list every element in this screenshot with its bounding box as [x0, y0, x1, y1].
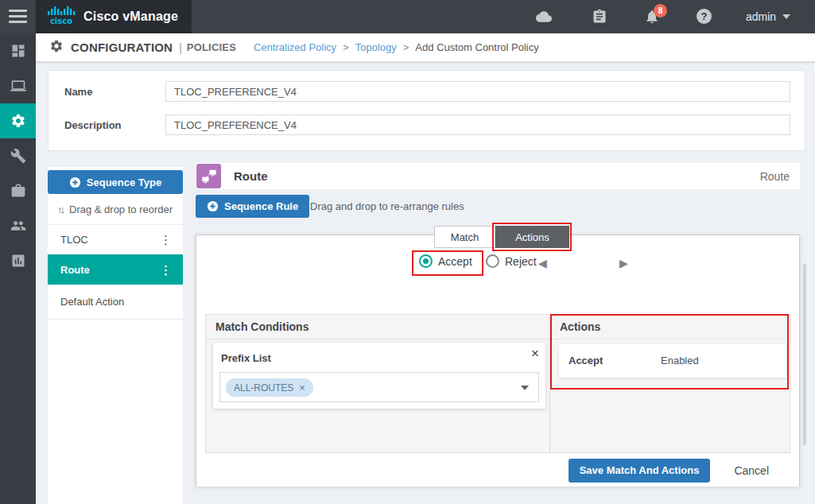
- cancel-button[interactable]: Cancel: [734, 464, 769, 477]
- breadcrumb-divider: |: [179, 41, 182, 54]
- prefix-list-card: Prefix List × ALL-ROUTES ×: [213, 343, 545, 409]
- product-title: Cisco vManage: [83, 10, 178, 24]
- close-icon[interactable]: ×: [531, 346, 539, 362]
- sidebar-item-analytics[interactable]: [0, 243, 36, 278]
- help-icon[interactable]: ?: [697, 9, 712, 24]
- actions-row-value: Enabled: [661, 355, 699, 366]
- sidebar-item-configuration[interactable]: [0, 103, 36, 138]
- sidebar-item-monitor[interactable]: [0, 68, 36, 103]
- svg-text:cisco: cisco: [50, 17, 72, 25]
- reject-radio-label: Reject: [505, 255, 537, 268]
- kebab-menu-icon[interactable]: ⋮: [160, 234, 172, 246]
- configuration-gear-icon: [49, 39, 64, 56]
- prefix-list-chip: ALL-ROUTES ×: [226, 378, 313, 397]
- users-icon: [10, 218, 26, 234]
- sequence-item-default-action[interactable]: Default Action: [48, 285, 183, 320]
- kebab-menu-icon[interactable]: ⋮: [160, 264, 172, 276]
- sequence-item-label: TLOC: [60, 234, 88, 246]
- route-network-icon: [196, 164, 221, 188]
- description-label: Description: [64, 119, 122, 131]
- actions-row-label: Accept: [569, 355, 603, 366]
- actions-summary-card: Accept Enabled: [559, 344, 786, 378]
- policy-details-card: Name Description: [48, 70, 805, 151]
- rearrange-hint-text: Drag and drop to re-arrange rules: [310, 200, 464, 212]
- save-match-and-actions-button[interactable]: Save Match And Actions: [569, 459, 711, 483]
- bar-chart-icon: [10, 253, 26, 269]
- add-sequence-type-button[interactable]: Sequence Type: [48, 170, 183, 194]
- left-nav-sidebar: [0, 33, 36, 504]
- breadcrumb-separator: >: [343, 41, 349, 53]
- description-input[interactable]: [165, 114, 790, 135]
- chevron-down-icon: [782, 14, 790, 19]
- breadcrumb-link-centralized-policy[interactable]: Centralized Policy: [254, 41, 336, 53]
- wrench-icon: [10, 148, 26, 164]
- sequence-item-route[interactable]: Route ⋮: [48, 254, 183, 285]
- sequence-panel: Sequence Type ↑↓ Drag & drop to reorder …: [48, 167, 183, 504]
- cisco-logo-icon: cisco: [46, 5, 76, 29]
- plus-circle-icon: [207, 200, 219, 212]
- breadcrumb-current-page: Add Custom Control Policy: [415, 41, 538, 53]
- tasks-clipboard-icon[interactable]: [592, 9, 607, 25]
- tab-actions[interactable]: Actions: [495, 226, 569, 248]
- top-bar: cisco Cisco vManage 8 ? admin: [0, 0, 815, 33]
- brand-block: cisco Cisco vManage: [36, 0, 192, 33]
- username-label: admin: [746, 10, 776, 23]
- name-label: Name: [64, 86, 92, 98]
- notification-count-badge: 8: [654, 4, 667, 17]
- radio-selected-icon[interactable]: [419, 254, 433, 268]
- page-section-title: CONFIGURATION: [71, 41, 173, 54]
- plus-circle-icon: [69, 176, 81, 188]
- sidebar-item-dashboard[interactable]: [0, 33, 36, 68]
- breadcrumb-link-topology[interactable]: Topology: [355, 41, 397, 53]
- scrollbar-thumb[interactable]: [803, 264, 806, 445]
- scroll-left-arrow-icon[interactable]: ◀: [538, 258, 547, 269]
- up-down-arrows-icon: ↑↓: [57, 204, 63, 215]
- breadcrumb: CONFIGURATION | POLICIES Centralized Pol…: [36, 33, 815, 62]
- vmanage-app: cisco Cisco vManage 8 ? admin: [0, 0, 815, 504]
- briefcase-icon: [10, 183, 26, 199]
- rule-editor-footer: Save Match And Actions Cancel: [196, 454, 799, 487]
- sequence-item-label: Default Action: [60, 296, 124, 308]
- scroll-right-arrow-icon[interactable]: ▶: [619, 258, 628, 269]
- sidebar-item-maintenance[interactable]: [0, 173, 36, 208]
- sequence-item-tloc[interactable]: TLOC ⋮: [48, 224, 183, 254]
- add-sequence-rule-label: Sequence Rule: [224, 200, 298, 212]
- match-conditions-title: Match Conditions: [206, 315, 549, 339]
- dashboard-icon: [10, 43, 26, 59]
- chevron-down-icon: [521, 386, 529, 390]
- conditions-actions-panel: Match Conditions Prefix List × ALL-ROUTE…: [205, 314, 790, 453]
- route-title: Route: [234, 169, 268, 183]
- add-sequence-type-label: Sequence Type: [87, 176, 161, 188]
- actions-summary-title: Actions: [550, 315, 790, 339]
- laptop-icon: [10, 78, 26, 94]
- prefix-list-label: Prefix List: [221, 352, 271, 364]
- tab-match[interactable]: Match: [434, 226, 495, 248]
- page-subsection-title: POLICIES: [187, 41, 236, 53]
- reject-radio[interactable]: Reject: [486, 254, 537, 268]
- radio-unselected-icon[interactable]: [486, 254, 499, 268]
- chip-label: ALL-ROUTES: [234, 382, 293, 394]
- reorder-hint-text: Drag & drop to reorder: [69, 204, 173, 215]
- route-type-label: Route: [760, 170, 790, 183]
- sequence-rule-editor-card: Accept Reject ◀ ▶ Protocol IPv4 Export T…: [196, 235, 800, 487]
- hamburger-menu-icon[interactable]: [9, 10, 27, 23]
- cloud-icon[interactable]: [536, 9, 552, 25]
- match-conditions-section: Match Conditions Prefix List × ALL-ROUTE…: [206, 315, 550, 452]
- gear-icon: [10, 113, 26, 129]
- accept-radio-label: Accept: [438, 255, 472, 268]
- breadcrumb-separator: >: [403, 41, 409, 53]
- sidebar-item-administration[interactable]: [0, 208, 36, 243]
- prefix-list-dropdown[interactable]: ALL-ROUTES ×: [219, 372, 539, 402]
- user-menu[interactable]: admin: [746, 0, 790, 33]
- name-input[interactable]: [165, 81, 790, 102]
- reorder-hint: ↑↓ Drag & drop to reorder: [57, 199, 173, 219]
- sequence-item-label: Route: [60, 264, 90, 276]
- route-section-header: Route Route: [196, 163, 800, 189]
- actions-summary-section: Actions Accept Enabled: [550, 315, 790, 452]
- sidebar-item-tools[interactable]: [0, 138, 36, 173]
- add-sequence-rule-button[interactable]: Sequence Rule: [196, 195, 309, 218]
- accept-radio[interactable]: Accept: [419, 254, 472, 268]
- chip-remove-icon[interactable]: ×: [299, 382, 305, 394]
